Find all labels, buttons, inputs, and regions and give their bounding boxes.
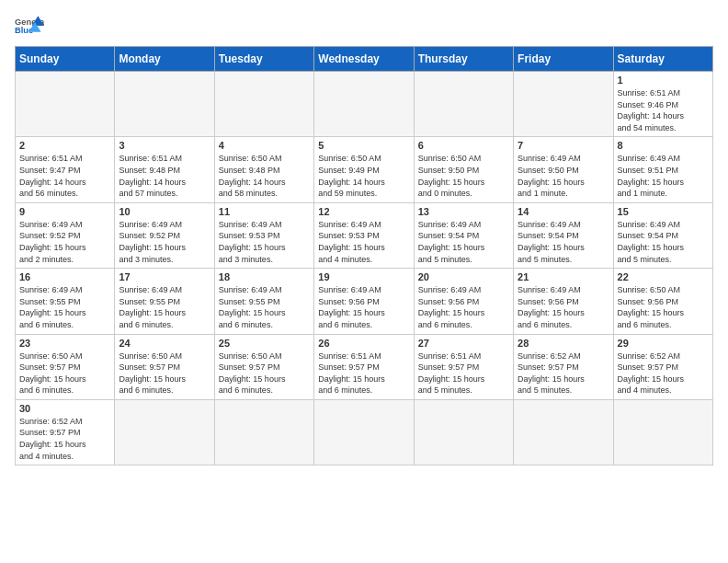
calendar-day-cell bbox=[514, 399, 613, 465]
day-number: 8 bbox=[618, 140, 709, 151]
weekday-header-monday: Monday bbox=[115, 47, 214, 72]
day-info: Sunrise: 6:49 AM Sunset: 9:53 PM Dayligh… bbox=[219, 219, 310, 265]
calendar-table: SundayMondayTuesdayWednesdayThursdayFrid… bbox=[15, 46, 713, 465]
general-blue-logo-icon: General Blue bbox=[15, 15, 44, 40]
calendar-week-row: 23Sunrise: 6:50 AM Sunset: 9:57 PM Dayli… bbox=[16, 334, 713, 399]
weekday-header-wednesday: Wednesday bbox=[314, 47, 414, 72]
day-number: 3 bbox=[119, 140, 210, 151]
day-info: Sunrise: 6:49 AM Sunset: 9:56 PM Dayligh… bbox=[318, 284, 409, 330]
calendar-day-cell bbox=[214, 399, 313, 465]
day-number: 14 bbox=[518, 206, 609, 217]
calendar-day-cell: 27Sunrise: 6:51 AM Sunset: 9:57 PM Dayli… bbox=[414, 334, 513, 399]
day-number: 12 bbox=[318, 206, 409, 217]
calendar-day-cell: 3Sunrise: 6:51 AM Sunset: 9:48 PM Daylig… bbox=[115, 137, 214, 202]
day-info: Sunrise: 6:51 AM Sunset: 9:48 PM Dayligh… bbox=[119, 153, 210, 199]
day-number: 29 bbox=[618, 338, 709, 349]
calendar-day-cell: 21Sunrise: 6:49 AM Sunset: 9:56 PM Dayli… bbox=[514, 269, 613, 334]
day-info: Sunrise: 6:49 AM Sunset: 9:51 PM Dayligh… bbox=[618, 153, 709, 199]
weekday-header-row: SundayMondayTuesdayWednesdayThursdayFrid… bbox=[16, 47, 713, 72]
day-info: Sunrise: 6:49 AM Sunset: 9:55 PM Dayligh… bbox=[19, 284, 110, 330]
calendar-day-cell: 30Sunrise: 6:52 AM Sunset: 9:57 PM Dayli… bbox=[16, 399, 115, 465]
calendar-week-row: 1Sunrise: 6:51 AM Sunset: 9:46 PM Daylig… bbox=[16, 72, 713, 137]
day-number: 13 bbox=[418, 206, 509, 217]
day-info: Sunrise: 6:51 AM Sunset: 9:57 PM Dayligh… bbox=[318, 350, 409, 396]
weekday-header-friday: Friday bbox=[514, 47, 613, 72]
calendar-day-cell: 11Sunrise: 6:49 AM Sunset: 9:53 PM Dayli… bbox=[214, 202, 313, 268]
day-info: Sunrise: 6:52 AM Sunset: 9:57 PM Dayligh… bbox=[518, 350, 609, 396]
day-info: Sunrise: 6:50 AM Sunset: 9:50 PM Dayligh… bbox=[418, 153, 509, 199]
calendar-week-row: 30Sunrise: 6:52 AM Sunset: 9:57 PM Dayli… bbox=[16, 399, 713, 465]
day-info: Sunrise: 6:51 AM Sunset: 9:47 PM Dayligh… bbox=[19, 153, 110, 199]
day-number: 7 bbox=[518, 140, 609, 151]
day-info: Sunrise: 6:49 AM Sunset: 9:55 PM Dayligh… bbox=[119, 284, 210, 330]
day-info: Sunrise: 6:49 AM Sunset: 9:54 PM Dayligh… bbox=[418, 219, 509, 265]
day-info: Sunrise: 6:49 AM Sunset: 9:54 PM Dayligh… bbox=[518, 219, 609, 265]
day-number: 5 bbox=[318, 140, 409, 151]
day-info: Sunrise: 6:50 AM Sunset: 9:57 PM Dayligh… bbox=[19, 350, 110, 396]
day-info: Sunrise: 6:52 AM Sunset: 9:57 PM Dayligh… bbox=[618, 350, 709, 396]
calendar-day-cell bbox=[514, 72, 613, 137]
weekday-header-thursday: Thursday bbox=[414, 47, 513, 72]
calendar-day-cell: 12Sunrise: 6:49 AM Sunset: 9:53 PM Dayli… bbox=[314, 202, 414, 268]
calendar-day-cell: 15Sunrise: 6:49 AM Sunset: 9:54 PM Dayli… bbox=[613, 202, 712, 268]
calendar-day-cell: 25Sunrise: 6:50 AM Sunset: 9:57 PM Dayli… bbox=[214, 334, 313, 399]
calendar-day-cell: 23Sunrise: 6:50 AM Sunset: 9:57 PM Dayli… bbox=[16, 334, 115, 399]
day-number: 27 bbox=[418, 338, 509, 349]
day-number: 9 bbox=[19, 206, 110, 217]
calendar-day-cell bbox=[115, 399, 214, 465]
day-number: 21 bbox=[518, 271, 609, 282]
day-number: 16 bbox=[19, 271, 110, 282]
page-header: General Blue bbox=[15, 15, 713, 40]
calendar-day-cell: 18Sunrise: 6:49 AM Sunset: 9:55 PM Dayli… bbox=[214, 269, 313, 334]
day-number: 25 bbox=[219, 338, 310, 349]
day-number: 30 bbox=[19, 403, 110, 414]
day-number: 20 bbox=[418, 271, 509, 282]
calendar-day-cell: 9Sunrise: 6:49 AM Sunset: 9:52 PM Daylig… bbox=[16, 202, 115, 268]
calendar-day-cell bbox=[115, 72, 214, 137]
day-number: 10 bbox=[119, 206, 210, 217]
day-info: Sunrise: 6:50 AM Sunset: 9:57 PM Dayligh… bbox=[219, 350, 310, 396]
calendar-day-cell: 20Sunrise: 6:49 AM Sunset: 9:56 PM Dayli… bbox=[414, 269, 513, 334]
day-info: Sunrise: 6:49 AM Sunset: 9:52 PM Dayligh… bbox=[19, 219, 110, 265]
calendar-day-cell: 1Sunrise: 6:51 AM Sunset: 9:46 PM Daylig… bbox=[613, 72, 712, 137]
calendar-day-cell: 4Sunrise: 6:50 AM Sunset: 9:48 PM Daylig… bbox=[214, 137, 313, 202]
day-info: Sunrise: 6:50 AM Sunset: 9:49 PM Dayligh… bbox=[318, 153, 409, 199]
day-number: 1 bbox=[618, 75, 709, 86]
day-info: Sunrise: 6:50 AM Sunset: 9:48 PM Dayligh… bbox=[219, 153, 310, 199]
weekday-header-sunday: Sunday bbox=[16, 47, 115, 72]
day-number: 19 bbox=[318, 271, 409, 282]
day-info: Sunrise: 6:49 AM Sunset: 9:52 PM Dayligh… bbox=[119, 219, 210, 265]
calendar-week-row: 16Sunrise: 6:49 AM Sunset: 9:55 PM Dayli… bbox=[16, 269, 713, 334]
day-number: 26 bbox=[318, 338, 409, 349]
day-info: Sunrise: 6:50 AM Sunset: 9:57 PM Dayligh… bbox=[119, 350, 210, 396]
calendar-week-row: 9Sunrise: 6:49 AM Sunset: 9:52 PM Daylig… bbox=[16, 202, 713, 268]
calendar-day-cell: 22Sunrise: 6:50 AM Sunset: 9:56 PM Dayli… bbox=[613, 269, 712, 334]
calendar-day-cell: 2Sunrise: 6:51 AM Sunset: 9:47 PM Daylig… bbox=[16, 137, 115, 202]
calendar-day-cell bbox=[613, 399, 712, 465]
calendar-day-cell bbox=[214, 72, 313, 137]
calendar-day-cell bbox=[314, 399, 414, 465]
day-number: 18 bbox=[219, 271, 310, 282]
day-number: 2 bbox=[19, 140, 110, 151]
weekday-header-tuesday: Tuesday bbox=[214, 47, 313, 72]
calendar-day-cell bbox=[16, 72, 115, 137]
day-info: Sunrise: 6:49 AM Sunset: 9:56 PM Dayligh… bbox=[518, 284, 609, 330]
day-info: Sunrise: 6:51 AM Sunset: 9:57 PM Dayligh… bbox=[418, 350, 509, 396]
calendar-day-cell: 13Sunrise: 6:49 AM Sunset: 9:54 PM Dayli… bbox=[414, 202, 513, 268]
calendar-day-cell: 26Sunrise: 6:51 AM Sunset: 9:57 PM Dayli… bbox=[314, 334, 414, 399]
day-info: Sunrise: 6:51 AM Sunset: 9:46 PM Dayligh… bbox=[618, 87, 709, 133]
day-info: Sunrise: 6:49 AM Sunset: 9:54 PM Dayligh… bbox=[618, 219, 709, 265]
calendar-day-cell bbox=[414, 72, 513, 137]
day-info: Sunrise: 6:50 AM Sunset: 9:56 PM Dayligh… bbox=[618, 284, 709, 330]
day-number: 11 bbox=[219, 206, 310, 217]
calendar-day-cell bbox=[314, 72, 414, 137]
day-number: 28 bbox=[518, 338, 609, 349]
calendar-day-cell: 14Sunrise: 6:49 AM Sunset: 9:54 PM Dayli… bbox=[514, 202, 613, 268]
day-number: 4 bbox=[219, 140, 310, 151]
day-info: Sunrise: 6:49 AM Sunset: 9:53 PM Dayligh… bbox=[318, 219, 409, 265]
day-info: Sunrise: 6:52 AM Sunset: 9:57 PM Dayligh… bbox=[19, 416, 110, 462]
calendar-day-cell: 10Sunrise: 6:49 AM Sunset: 9:52 PM Dayli… bbox=[115, 202, 214, 268]
calendar-day-cell: 7Sunrise: 6:49 AM Sunset: 9:50 PM Daylig… bbox=[514, 137, 613, 202]
calendar-day-cell: 28Sunrise: 6:52 AM Sunset: 9:57 PM Dayli… bbox=[514, 334, 613, 399]
day-info: Sunrise: 6:49 AM Sunset: 9:56 PM Dayligh… bbox=[418, 284, 509, 330]
